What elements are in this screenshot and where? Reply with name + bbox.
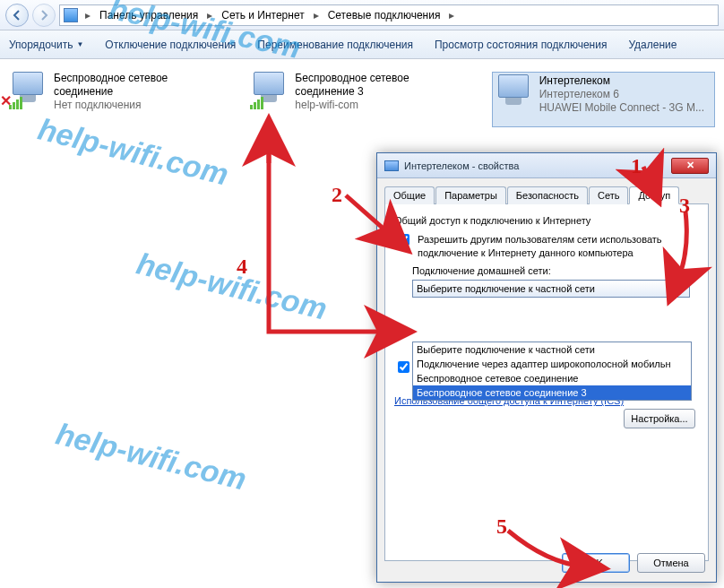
annotation-number-2: 2	[332, 183, 342, 207]
annotation-arrows	[0, 0, 724, 588]
annotation-number-4: 4	[237, 255, 247, 279]
annotation-number-3: 3	[679, 194, 690, 218]
annotation-number-5: 5	[496, 514, 507, 539]
annotation-number-1: 1	[631, 154, 642, 178]
